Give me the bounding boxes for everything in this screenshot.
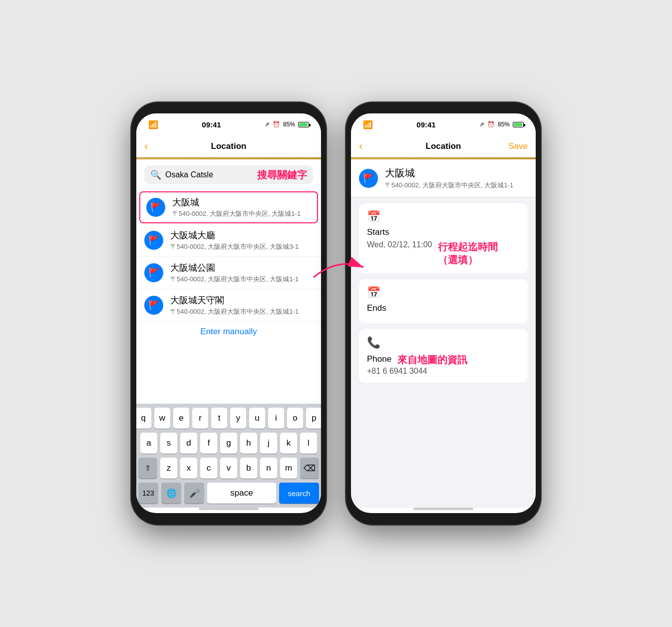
location-name-0: 大阪城: [172, 196, 311, 208]
key-a[interactable]: a: [140, 433, 157, 454]
nav-title-right: Location: [426, 141, 461, 151]
key-j[interactable]: j: [260, 433, 277, 454]
starts-section[interactable]: 📅 Starts Wed, 02/12, 11:00 行程起迄時間 （選填）: [359, 203, 528, 273]
location-name-1: 大阪城大廳: [170, 229, 313, 241]
key-s[interactable]: s: [160, 433, 177, 454]
location-icon-right: ⇗: [479, 121, 484, 128]
starts-annotation: 行程起迄時間 （選填）: [438, 240, 498, 266]
location-addr-1: 〒540-0002, 大阪府大阪市中央区, 大阪城3-1: [170, 242, 313, 251]
nav-title-left: Location: [211, 141, 247, 151]
key-v[interactable]: v: [220, 458, 237, 479]
location-name-3: 大阪城天守閣: [170, 294, 313, 306]
selected-location-addr: 〒540-0002, 大阪府大阪市中央区, 大阪城1-1: [385, 181, 513, 190]
ends-section[interactable]: 📅 Ends: [359, 279, 528, 323]
nav-bar-right: ‹ Location Save: [351, 135, 536, 157]
key-shift[interactable]: ⇧: [138, 458, 157, 479]
home-indicator-right: [413, 508, 473, 510]
location-flag-icon-1: 🚩: [144, 231, 163, 250]
key-m[interactable]: m: [280, 458, 297, 479]
key-u[interactable]: u: [249, 408, 265, 429]
location-flag-icon-0: 🚩: [146, 198, 165, 217]
key-e[interactable]: e: [173, 408, 189, 429]
key-123[interactable]: 123: [138, 483, 158, 504]
key-o[interactable]: o: [287, 408, 303, 429]
selected-location-name: 大阪城: [385, 166, 513, 180]
battery-text-right: 85%: [498, 121, 510, 128]
location-name-2: 大阪城公園: [170, 262, 313, 274]
status-left: 📶: [148, 120, 158, 129]
key-r[interactable]: r: [192, 408, 208, 429]
status-time-left: 09:41: [202, 120, 221, 129]
key-delete[interactable]: ⌫: [300, 458, 319, 479]
key-row-2: a s d f g h j k l: [138, 433, 319, 454]
back-button-left[interactable]: ‹: [144, 140, 148, 153]
search-input[interactable]: Osaka Catsle: [165, 170, 253, 179]
phone-section: 📞 Phone 來自地圖的資訊 +81 6 6941 3044: [359, 329, 528, 383]
phone-label: Phone: [367, 354, 391, 364]
battery-icon-right: [513, 122, 524, 127]
key-mic[interactable]: 🎤: [184, 483, 204, 504]
calendar-icon-ends: 📅: [367, 286, 520, 299]
key-t[interactable]: t: [211, 408, 227, 429]
back-button-right[interactable]: ‹: [359, 140, 362, 153]
key-f[interactable]: f: [200, 433, 217, 454]
key-q[interactable]: q: [136, 408, 151, 429]
right-screen: 📶 09:41 ⇗ ⏰ 85% ‹ Location Save: [351, 113, 536, 513]
search-annotation: 搜尋關鍵字: [257, 168, 307, 182]
key-b[interactable]: b: [240, 458, 257, 479]
selected-location-info: 大阪城 〒540-0002, 大阪府大阪市中央区, 大阪城1-1: [385, 166, 513, 190]
location-text-0: 大阪城 〒540-0002, 大阪府大阪市中央区, 大阪城1-1: [172, 196, 311, 218]
search-area: 🔍 Osaka Catsle 搜尋關鍵字: [136, 159, 321, 190]
location-item-1[interactable]: 🚩 大阪城大廳 〒540-0002, 大阪府大阪市中央区, 大阪城3-1: [136, 224, 321, 257]
key-p[interactable]: p: [306, 408, 321, 429]
selected-location-header: 🚩 大阪城 〒540-0002, 大阪府大阪市中央区, 大阪城1-1: [351, 159, 536, 197]
location-addr-3: 〒540-0002, 大阪府大阪市中央区, 大阪城1-1: [170, 307, 313, 316]
status-bar-left: 📶 09:41 ⇗ ⏰ 85%: [136, 113, 321, 135]
starts-value: Wed, 02/12, 11:00: [367, 240, 432, 249]
save-button[interactable]: Save: [508, 141, 528, 151]
status-right-left-group: 📶: [363, 120, 373, 129]
left-screen: 📶 09:41 ⇗ ⏰ 85% ‹ Location: [136, 113, 321, 513]
location-icon: ⇗: [265, 121, 270, 128]
alarm-icon: ⏰: [273, 121, 280, 128]
key-row-1: q w e r t y u i o p: [138, 408, 319, 429]
key-x[interactable]: x: [180, 458, 197, 479]
right-phone: 📶 09:41 ⇗ ⏰ 85% ‹ Location Save: [346, 102, 541, 525]
battery-text: 85%: [283, 121, 295, 128]
key-d[interactable]: d: [180, 433, 197, 454]
key-w[interactable]: w: [154, 408, 170, 429]
home-indicator-left: [199, 508, 259, 510]
key-g[interactable]: g: [220, 433, 237, 454]
search-glass-icon: 🔍: [150, 169, 161, 180]
location-item-0[interactable]: 🚩 大阪城 〒540-0002, 大阪府大阪市中央区, 大阪城1-1: [139, 191, 318, 223]
ends-label: Ends: [367, 303, 520, 313]
key-k[interactable]: k: [280, 433, 297, 454]
location-flag-icon-3: 🚩: [144, 296, 163, 315]
key-search[interactable]: search: [279, 483, 319, 504]
key-n[interactable]: n: [260, 458, 277, 479]
location-addr-0: 〒540-0002, 大阪府大阪市中央区, 大阪城1-1: [172, 209, 311, 218]
key-l[interactable]: l: [300, 433, 317, 454]
phone-number: +81 6 6941 3044: [367, 367, 520, 376]
status-bar-right: 📶 09:41 ⇗ ⏰ 85%: [351, 113, 536, 135]
location-text-2: 大阪城公園 〒540-0002, 大阪府大阪市中央区, 大阪城1-1: [170, 262, 313, 284]
status-right-right: ⇗ ⏰ 85%: [479, 121, 524, 128]
key-space[interactable]: space: [207, 483, 276, 504]
selected-location-icon: 🚩: [359, 169, 378, 188]
search-bar[interactable]: 🔍 Osaka Catsle 搜尋關鍵字: [144, 165, 313, 184]
key-c[interactable]: c: [200, 458, 217, 479]
location-item-3[interactable]: 🚩 大阪城天守閣 〒540-0002, 大阪府大阪市中央区, 大阪城1-1: [136, 289, 321, 322]
battery-icon: [298, 122, 309, 127]
key-y[interactable]: y: [230, 408, 246, 429]
key-globe[interactable]: 🌐: [161, 483, 181, 504]
alarm-icon-right: ⏰: [487, 121, 495, 128]
wifi-icon-right: 📶: [363, 120, 373, 129]
wifi-icon: 📶: [148, 120, 158, 129]
key-i[interactable]: i: [268, 408, 284, 429]
key-z[interactable]: z: [160, 458, 177, 479]
location-text-3: 大阪城天守閣 〒540-0002, 大阪府大阪市中央区, 大阪城1-1: [170, 294, 313, 316]
location-item-2[interactable]: 🚩 大阪城公園 〒540-0002, 大阪府大阪市中央区, 大阪城1-1: [136, 257, 321, 289]
enter-manually[interactable]: Enter manually: [136, 322, 321, 342]
key-h[interactable]: h: [240, 433, 257, 454]
location-flag-icon-2: 🚩: [144, 263, 163, 282]
